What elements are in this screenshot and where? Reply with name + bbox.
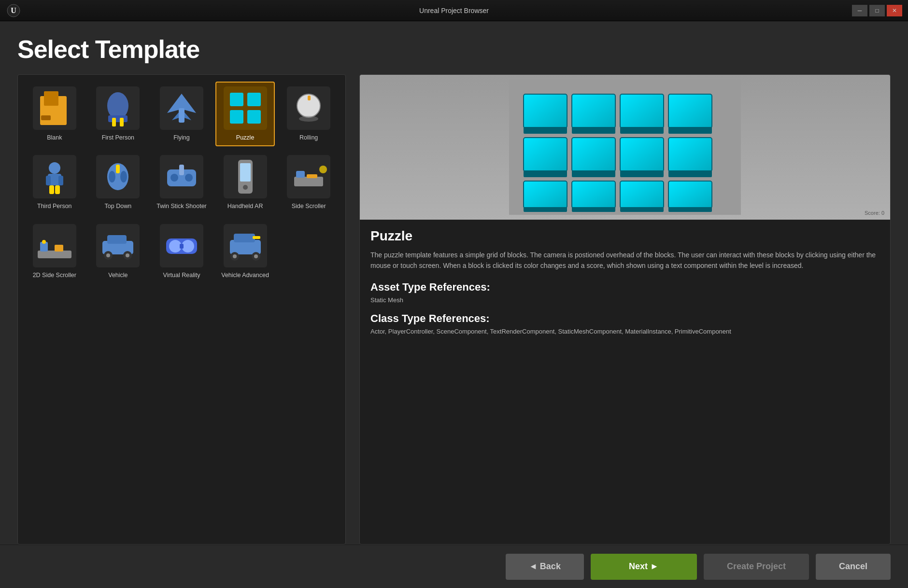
description-panel: Puzzle The puzzle template features a si… xyxy=(360,220,890,544)
svg-rect-62 xyxy=(524,94,567,128)
puzzle-preview-svg xyxy=(509,80,741,215)
selected-template-description: The puzzle template features a simple gr… xyxy=(370,250,880,271)
template-icon-flying xyxy=(160,86,203,130)
svg-point-49 xyxy=(126,253,129,257)
preview-score-label: Score: 0 xyxy=(865,210,884,216)
template-label-vehicle: Vehicle xyxy=(108,271,128,279)
template-grid-container[interactable]: BlankFirst PersonFlyingPuzzleRollingThir… xyxy=(17,74,346,545)
template-icon-puzzle xyxy=(224,86,267,130)
template-item-vehicle-advanced[interactable]: Vehicle Advanced xyxy=(215,219,275,284)
template-grid: BlankFirst PersonFlyingPuzzleRollingThir… xyxy=(25,82,339,284)
svg-rect-24 xyxy=(55,185,60,194)
template-icon-third-person xyxy=(33,155,76,198)
svg-rect-64 xyxy=(572,94,615,128)
svg-rect-79 xyxy=(524,207,567,212)
svg-rect-80 xyxy=(572,181,615,208)
template-item-2d-side-scroller[interactable]: 2D Side Scroller xyxy=(25,219,85,284)
svg-rect-23 xyxy=(49,185,54,194)
minimize-button[interactable]: ─ xyxy=(852,5,867,16)
selected-template-title: Puzzle xyxy=(370,228,880,244)
template-icon-handheld-ar xyxy=(224,155,267,198)
svg-rect-68 xyxy=(668,94,712,128)
template-item-twin-stick[interactable]: Twin Stick Shooter xyxy=(152,150,212,215)
template-item-vehicle[interactable]: Vehicle xyxy=(88,219,148,284)
svg-rect-63 xyxy=(524,127,567,134)
svg-point-17 xyxy=(299,116,318,122)
create-project-button: Create Project xyxy=(704,554,809,580)
svg-rect-77 xyxy=(668,170,712,177)
svg-rect-40 xyxy=(38,251,71,258)
bottom-bar: ◄ Back Next ► Create Project Cancel xyxy=(0,545,908,588)
svg-rect-65 xyxy=(572,127,615,134)
template-icon-top-down xyxy=(96,155,140,198)
svg-rect-67 xyxy=(620,127,664,134)
template-label-twin-stick: Twin Stick Shooter xyxy=(156,202,207,210)
svg-rect-60 xyxy=(253,236,260,239)
svg-rect-72 xyxy=(572,138,615,171)
template-icon-side-scroller xyxy=(287,155,330,198)
svg-rect-66 xyxy=(620,94,664,128)
template-item-side-scroller[interactable]: Side Scroller xyxy=(279,150,339,215)
svg-rect-22 xyxy=(58,176,63,185)
template-label-side-scroller: Side Scroller xyxy=(292,202,326,210)
svg-rect-85 xyxy=(668,207,712,212)
template-icon-twin-stick xyxy=(160,155,203,198)
template-label-vehicle-advanced: Vehicle Advanced xyxy=(221,271,269,279)
svg-text:U: U xyxy=(11,6,16,14)
template-item-third-person[interactable]: Third Person xyxy=(25,150,85,215)
template-item-virtual-reality[interactable]: Virtual Reality xyxy=(152,219,212,284)
svg-rect-38 xyxy=(307,174,317,178)
title-bar: U Unreal Project Browser ─ □ ✕ xyxy=(0,0,908,21)
svg-rect-75 xyxy=(620,170,664,177)
template-label-rolling: Rolling xyxy=(299,134,318,141)
template-icon-vehicle xyxy=(96,224,140,267)
svg-rect-84 xyxy=(668,181,712,208)
svg-rect-3 xyxy=(44,91,58,106)
right-panel: Score: 0 Puzzle The puzzle template feat… xyxy=(359,74,891,545)
svg-rect-69 xyxy=(668,127,712,134)
next-button[interactable]: Next ► xyxy=(591,554,697,580)
svg-point-5 xyxy=(107,92,128,119)
svg-rect-53 xyxy=(180,244,184,249)
template-icon-virtual-reality xyxy=(160,224,203,267)
svg-rect-73 xyxy=(572,170,615,177)
svg-rect-12 xyxy=(230,93,243,106)
svg-rect-28 xyxy=(116,165,120,173)
template-item-first-person[interactable]: First Person xyxy=(88,82,148,146)
svg-rect-45 xyxy=(107,235,127,244)
svg-rect-13 xyxy=(247,93,261,106)
template-item-flying[interactable]: Flying xyxy=(152,82,212,146)
svg-rect-18 xyxy=(308,96,311,100)
template-label-top-down: Top Down xyxy=(105,202,132,210)
template-icon-blank xyxy=(33,86,76,130)
template-item-top-down[interactable]: Top Down xyxy=(88,150,148,215)
svg-rect-8 xyxy=(120,118,124,126)
svg-rect-14 xyxy=(230,110,243,124)
window-controls[interactable]: ─ □ ✕ xyxy=(852,5,902,16)
asset-type-value: Static Mesh xyxy=(370,296,880,304)
svg-point-30 xyxy=(170,174,178,182)
template-icon-rolling xyxy=(287,86,330,130)
content-area: BlankFirst PersonFlyingPuzzleRollingThir… xyxy=(17,74,891,545)
svg-point-31 xyxy=(185,174,193,182)
template-label-first-person: First Person xyxy=(102,134,134,141)
main-content: Select Template BlankFirst PersonFlyingP… xyxy=(0,21,908,545)
maximize-button[interactable]: □ xyxy=(869,5,885,16)
template-item-blank[interactable]: Blank xyxy=(25,82,85,146)
template-item-handheld-ar[interactable]: Handheld AR xyxy=(215,150,275,215)
svg-point-27 xyxy=(120,171,127,182)
asset-type-title: Asset Type References: xyxy=(370,281,880,294)
svg-rect-43 xyxy=(55,245,63,252)
svg-point-59 xyxy=(254,254,258,258)
app-title-text: Unreal Project Browser xyxy=(419,7,489,14)
svg-rect-15 xyxy=(247,110,261,124)
back-button[interactable]: ◄ Back xyxy=(506,554,584,580)
template-preview: Score: 0 xyxy=(360,75,890,220)
svg-rect-21 xyxy=(46,176,51,185)
page-title: Select Template xyxy=(17,35,891,64)
svg-rect-6 xyxy=(108,115,128,122)
close-button[interactable]: ✕ xyxy=(887,5,902,16)
cancel-button[interactable]: Cancel xyxy=(816,554,891,580)
template-item-puzzle[interactable]: Puzzle xyxy=(215,82,275,146)
template-item-rolling[interactable]: Rolling xyxy=(279,82,339,146)
